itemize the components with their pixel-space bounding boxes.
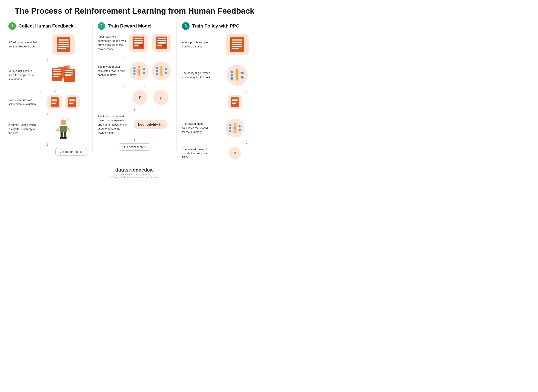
svg-rect-102 (232, 44, 242, 45)
svg-line-76 (140, 67, 143, 69)
svg-rect-28 (69, 102, 75, 103)
reward-neural-net-col3 (225, 119, 244, 138)
col1-title: Collect Human Feedback (19, 23, 74, 29)
step-3-5-label: The reward is used to update the policy … (182, 147, 214, 159)
svg-rect-21 (52, 99, 57, 99)
svg-point-68 (143, 68, 145, 70)
svg-line-118 (233, 76, 236, 78)
arrow-1-4: ↓ (8, 141, 87, 148)
step-number-1: 1 (8, 22, 16, 30)
svg-line-116 (233, 73, 236, 75)
step-3-1-visual (214, 34, 261, 55)
policy-neural-net (227, 65, 248, 86)
svg-line-70 (136, 67, 138, 68)
svg-rect-44 (134, 42, 143, 43)
svg-line-96 (162, 69, 165, 70)
doc-col2-right (152, 34, 171, 52)
svg-point-64 (138, 66, 140, 68)
svg-rect-52 (157, 38, 166, 39)
logo: datasciencedojo (8, 167, 261, 173)
svg-rect-128 (232, 103, 236, 104)
rewards-row: r j (132, 90, 168, 105)
svg-point-67 (138, 73, 140, 76)
svg-point-133 (234, 126, 236, 128)
svg-point-106 (231, 74, 233, 76)
svg-line-121 (238, 73, 241, 73)
svg-line-72 (136, 70, 138, 71)
step-1-1-visual (40, 34, 87, 55)
logo-part3: ience (131, 167, 144, 173)
svg-line-74 (136, 72, 138, 74)
svg-line-117 (233, 75, 236, 76)
svg-point-63 (133, 73, 136, 75)
svg-line-120 (238, 70, 241, 73)
svg-point-88 (165, 72, 167, 74)
svg-point-110 (236, 75, 238, 78)
svg-point-86 (160, 73, 163, 76)
step-2-3-visual: r j (129, 90, 171, 105)
svg-point-107 (231, 77, 233, 80)
step-3-4: The reward model calculates the reward f… (182, 119, 261, 138)
arrow-2-2-two: ↓↓ (98, 82, 171, 89)
logo-tagline-line: data science for everyone (8, 173, 261, 175)
page-container: The Process of Reinforcement Learning fr… (0, 0, 269, 185)
loss-formula-box: loss=log(σ(rj−rk)) (134, 120, 167, 129)
svg-point-109 (236, 72, 238, 75)
svg-rect-23 (52, 102, 57, 103)
svg-rect-58 (163, 45, 166, 45)
svg-line-89 (158, 67, 160, 68)
svg-point-113 (241, 76, 243, 79)
svg-rect-17 (65, 72, 73, 73)
svg-line-122 (238, 76, 241, 77)
arrow-3-3: ↓ (182, 110, 261, 117)
svg-rect-38 (64, 132, 67, 138)
svg-line-91 (158, 70, 160, 71)
human-thinking-svg: ? ? (55, 119, 72, 140)
step-2-2-visual (129, 61, 171, 80)
col1-judgment-box: "J is better than K" (55, 148, 87, 156)
neural-net-1 (130, 61, 149, 80)
svg-point-62 (133, 70, 136, 72)
col3-title: Train Policy with PPO (192, 23, 240, 29)
step-3-2: The policy π generates a summary for the… (182, 65, 261, 86)
doc-col2-left-svg (133, 37, 144, 49)
step-3-3 (182, 95, 261, 109)
svg-line-71 (136, 68, 138, 70)
svg-line-144 (236, 124, 238, 126)
svg-point-66 (138, 71, 140, 73)
column-1: 1 Collect Human Feedback A Redit post is… (8, 22, 92, 156)
svg-line-98 (162, 73, 165, 74)
svg-rect-54 (157, 42, 166, 43)
svg-point-136 (238, 125, 241, 127)
svg-point-61 (133, 67, 136, 69)
summary-doc-col3 (228, 95, 242, 109)
svg-rect-22 (52, 100, 57, 101)
two-docs-selected (47, 95, 80, 109)
two-docs-col2 (129, 34, 171, 52)
svg-rect-10 (53, 69, 61, 70)
svg-rect-13 (53, 74, 61, 75)
step-1-4-visual: ? ? (40, 119, 87, 140)
svg-rect-11 (53, 71, 61, 72)
svg-rect-100 (232, 39, 242, 41)
svg-rect-49 (139, 46, 143, 47)
svg-rect-59 (163, 46, 166, 47)
reward-r: r (132, 90, 147, 105)
step-3-2-label: The policy π generates a summary for the… (182, 71, 214, 79)
summary-doc-svg (231, 98, 239, 107)
svg-line-147 (236, 130, 238, 131)
svg-line-79 (140, 73, 143, 74)
svg-line-35 (57, 130, 59, 131)
step-1-3-label: Two summaries are selected for evaluatio… (8, 98, 40, 106)
svg-rect-53 (157, 40, 166, 41)
svg-rect-3 (58, 44, 69, 45)
svg-rect-43 (134, 40, 143, 41)
svg-rect-27 (69, 100, 75, 101)
step-2-2: The reward model calculates reward r for… (98, 61, 171, 80)
arrow-1-1: ↓ (8, 56, 87, 63)
column-3: 3 Train Policy with PPO A new post is sa… (177, 22, 261, 161)
svg-line-95 (162, 67, 165, 69)
svg-line-139 (231, 125, 234, 127)
svg-line-97 (162, 72, 165, 73)
svg-point-81 (156, 70, 158, 72)
